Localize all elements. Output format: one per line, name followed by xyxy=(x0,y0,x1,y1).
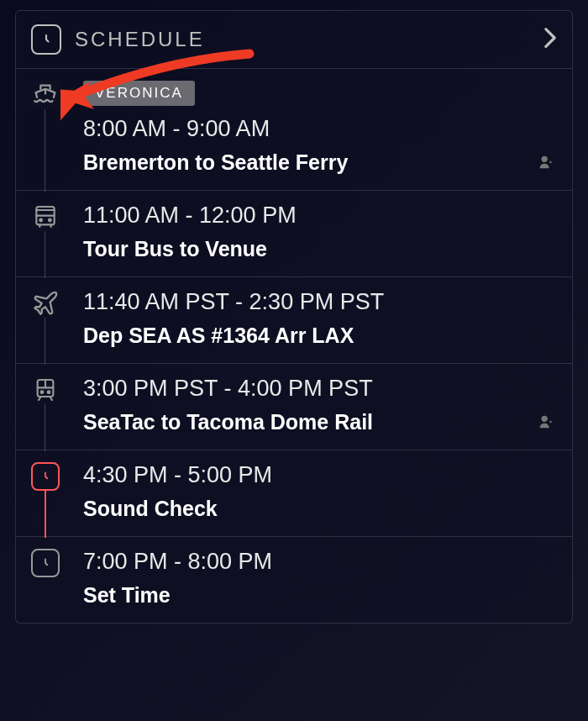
schedule-item-settime[interactable]: 7:00 PM - 8:00 PM Set Time xyxy=(16,537,572,623)
svg-point-4 xyxy=(49,219,51,222)
bus-icon xyxy=(31,203,60,231)
item-time: 3:00 PM PST - 4:00 PM PST xyxy=(83,376,557,402)
person-icon xyxy=(537,413,555,434)
schedule-panel: SCHEDULE VERONICA 8:00 AM - 9:00 AM Brem… xyxy=(15,10,573,624)
assignee-badge: VERONICA xyxy=(83,81,195,106)
svg-point-11 xyxy=(41,391,44,393)
svg-point-3 xyxy=(39,219,42,222)
item-title: SeaTac to Tacoma Dome Rail xyxy=(83,410,557,434)
item-title: Dep SEA AS #1364 Arr LAX xyxy=(83,324,557,348)
train-icon xyxy=(31,376,60,404)
panel-title: SCHEDULE xyxy=(75,28,205,51)
item-time: 11:00 AM - 12:00 PM xyxy=(83,203,557,229)
item-time: 4:30 PM - 5:00 PM xyxy=(83,462,557,488)
chevron-right-icon[interactable] xyxy=(543,27,557,52)
item-title: Sound Check xyxy=(83,497,557,521)
item-time: 7:00 PM - 8:00 PM xyxy=(83,549,557,575)
item-title: Set Time xyxy=(83,583,557,608)
clock-icon xyxy=(31,549,60,577)
clock-icon xyxy=(31,462,60,491)
item-time: 8:00 AM - 9:00 AM xyxy=(83,116,557,142)
person-icon xyxy=(537,153,555,175)
ship-icon xyxy=(31,81,60,109)
schedule-header[interactable]: SCHEDULE xyxy=(16,11,572,69)
item-title: Bremerton to Seattle Ferry xyxy=(83,150,557,175)
schedule-item-ferry[interactable]: VERONICA 8:00 AM - 9:00 AM Bremerton to … xyxy=(16,69,572,191)
schedule-item-bus[interactable]: 11:00 AM - 12:00 PM Tour Bus to Venue xyxy=(16,191,572,277)
svg-point-0 xyxy=(542,156,548,162)
svg-point-15 xyxy=(542,416,548,422)
plane-icon xyxy=(31,289,60,318)
item-title: Tour Bus to Venue xyxy=(83,237,557,261)
svg-point-12 xyxy=(48,391,50,393)
schedule-item-flight[interactable]: 11:40 AM PST - 2:30 PM PST Dep SEA AS #1… xyxy=(16,277,572,364)
item-time: 11:40 AM PST - 2:30 PM PST xyxy=(83,289,557,315)
schedule-item-soundcheck[interactable]: 4:30 PM - 5:00 PM Sound Check xyxy=(16,450,572,537)
clock-icon xyxy=(31,24,61,55)
schedule-item-rail[interactable]: 3:00 PM PST - 4:00 PM PST SeaTac to Taco… xyxy=(16,364,572,450)
